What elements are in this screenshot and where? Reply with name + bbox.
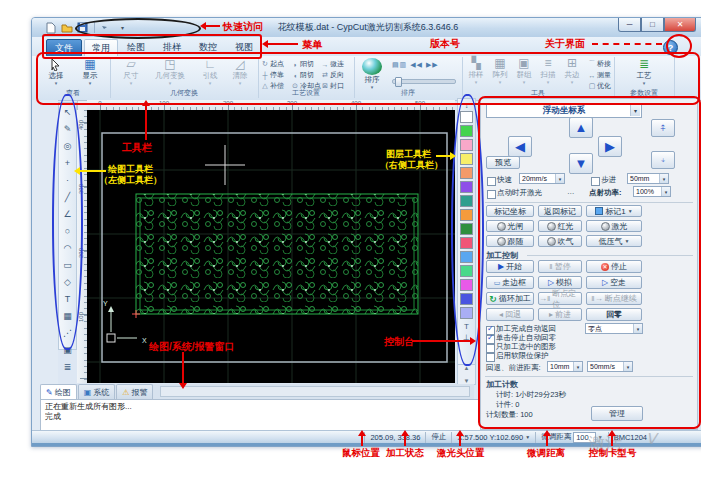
layer-color-swatch[interactable] xyxy=(460,265,473,277)
undo-icon[interactable] xyxy=(100,21,113,34)
polyline-tool-icon[interactable]: ∠ xyxy=(60,207,75,222)
mark1-dropdown[interactable]: 标记1 ▼ xyxy=(586,205,642,217)
close-button[interactable]: ✕ xyxy=(664,18,696,32)
jog-down-button[interactable]: ▼ xyxy=(569,153,593,174)
save-icon[interactable] xyxy=(76,21,89,34)
text-tool-icon[interactable]: T xyxy=(60,292,75,307)
arc-tool-icon[interactable]: ◠ xyxy=(60,241,75,256)
craft-button[interactable]: ≣ 工艺 xyxy=(628,58,660,89)
help-icon[interactable]: ? xyxy=(663,40,678,55)
scan-button[interactable]: ≡ 扫描 xyxy=(536,57,560,88)
list-tool-icon[interactable]: ≣ xyxy=(60,360,75,375)
clear-button[interactable]: ◿ 清除 xyxy=(226,58,254,89)
text-layer-icon[interactable]: T xyxy=(464,321,469,332)
minimize-button[interactable]: ─ xyxy=(618,18,641,32)
distance-combo[interactable]: 10mm xyxy=(547,361,583,372)
jog-up-button[interactable]: ▲ xyxy=(569,117,593,138)
mark-coord-button[interactable]: 标记坐标 xyxy=(486,205,534,217)
lead-line-button[interactable]: ∟ 引线 xyxy=(196,58,224,89)
speed-combo[interactable]: 50mm/s xyxy=(587,361,633,372)
measure-tool-icon[interactable]: ⋰ xyxy=(60,326,75,341)
jog-laser-checkbox[interactable] xyxy=(487,190,496,199)
share-edge-button[interactable]: ⊞ 共边 xyxy=(560,57,584,88)
layer-color-swatch[interactable] xyxy=(460,167,473,179)
maximize-button[interactable]: □ xyxy=(641,18,664,32)
step-distance-combo[interactable]: 50mm xyxy=(627,173,669,184)
qa-dropdown-icon[interactable]: ▾ xyxy=(116,21,129,34)
log-tab-system[interactable]: ▣ 系统 xyxy=(78,384,116,399)
tab-home[interactable]: 常用 xyxy=(84,39,118,56)
burst-power-combo[interactable]: 100% xyxy=(633,186,671,197)
manage-button[interactable]: 管理 xyxy=(591,406,643,421)
layer-color-swatch[interactable] xyxy=(460,209,473,221)
array-tool-icon[interactable]: ▦ xyxy=(60,309,75,324)
bridge-button[interactable]: ⌒ 桥接 xyxy=(588,59,611,69)
dock[interactable]: ┼ 停靠 xyxy=(261,70,291,80)
circle-tool-icon[interactable]: ○ xyxy=(60,224,75,239)
layer-color-swatch[interactable] xyxy=(460,195,473,207)
laser-button[interactable]: 激光 xyxy=(586,220,642,232)
group-button[interactable]: ▣ 群组 xyxy=(512,57,536,88)
jog-right-button[interactable]: ▶ xyxy=(598,136,622,157)
transform-button[interactable]: ◳ 几何变换 xyxy=(148,58,192,89)
image-tool-icon[interactable]: ▣ xyxy=(60,343,75,358)
more-icon[interactable]: … xyxy=(567,187,575,196)
layer-color-swatch[interactable] xyxy=(460,293,473,305)
sort-button[interactable]: 排序 xyxy=(358,58,386,89)
display-button[interactable]: ▦ 显示 xyxy=(74,58,106,89)
fast-speed-combo[interactable]: 20mm/s xyxy=(519,173,565,184)
z-up-button[interactable]: ⍏ xyxy=(651,119,675,137)
line-tool-icon[interactable]: ╱ xyxy=(60,190,75,205)
rect-tool-icon[interactable]: ▭ xyxy=(60,258,75,273)
select-button[interactable]: 选择 xyxy=(40,58,72,89)
soft-limit-checkbox[interactable] xyxy=(486,353,495,362)
node-edit-tool-icon[interactable]: ✎ xyxy=(60,122,75,137)
size-button[interactable]: ▱ 尺寸 xyxy=(116,58,146,89)
laser-head-position[interactable]: X:57.500 Y:102.690▼ xyxy=(451,432,535,443)
fast-checkbox[interactable] xyxy=(487,177,496,186)
zero-point-combo[interactable]: 零点 xyxy=(585,323,643,334)
start-button[interactable]: ▶开始 xyxy=(486,260,534,273)
zoom-tool-icon[interactable]: ◎ xyxy=(60,139,75,154)
log-tab-alarm[interactable]: ⚠ 报警 xyxy=(116,384,153,399)
frame-run-button[interactable]: ▭走边框 xyxy=(486,276,534,289)
red-light-button[interactable]: 红光 xyxy=(538,220,582,232)
select-tool-icon[interactable]: ↖ xyxy=(60,105,75,120)
layer-color-swatch[interactable] xyxy=(460,307,473,319)
tab-file[interactable]: 文件 xyxy=(46,39,82,57)
selected-only-checkbox[interactable] xyxy=(486,344,495,353)
reverse[interactable]: ⇄ 反向 xyxy=(321,70,351,80)
start-point[interactable]: ↻ 起点 xyxy=(261,59,291,69)
layer-color-swatch[interactable] xyxy=(460,181,473,193)
design-pattern[interactable] xyxy=(136,194,418,314)
sort-slider-thumb[interactable] xyxy=(395,77,402,87)
measure-button[interactable]: ↔ 测量 xyxy=(588,70,611,80)
layer-color-swatch[interactable] xyxy=(460,153,473,165)
stop-button[interactable]: ✕停止 xyxy=(586,260,642,273)
layer-color-swatch[interactable] xyxy=(460,237,473,249)
loop-machining-button[interactable]: ↻循环加工 xyxy=(486,292,534,305)
layer-color-swatch[interactable] xyxy=(460,139,473,151)
nest-button[interactable]: ▚ 排样 xyxy=(464,57,488,88)
layer-color-swatch[interactable] xyxy=(460,125,473,137)
coordinate-system-dropdown[interactable]: 浮动坐标系 xyxy=(486,103,642,118)
shutter-button[interactable]: 光闸 xyxy=(486,220,534,232)
return-mark-button[interactable]: 返回标记 xyxy=(538,205,582,217)
log-tab-scrollbar[interactable] xyxy=(160,386,470,397)
layer-color-swatch[interactable] xyxy=(460,223,473,235)
low-pressure-gas-dropdown[interactable]: 低压气▼ xyxy=(586,235,642,247)
sort-mini-icons[interactable]: ▤▥ ◀◀ ▶▶ xyxy=(392,61,439,69)
pan-tool-icon[interactable]: + xyxy=(60,156,75,171)
log-tab-draw[interactable]: ✎ 绘图 xyxy=(40,384,77,399)
layer-color-swatch[interactable] xyxy=(460,251,473,263)
array-button[interactable]: ▦ 阵列 xyxy=(488,57,512,88)
follow-button[interactable]: 跟随 xyxy=(486,235,534,247)
open-folder-icon[interactable] xyxy=(60,21,73,34)
inner-cut[interactable]: ◖ 阴切 xyxy=(291,70,321,80)
tab-nest[interactable]: 排样 xyxy=(156,39,188,55)
canvas-scrollbar[interactable]: ▲▼ xyxy=(457,364,476,385)
pause-button[interactable]: ‖暂停 xyxy=(538,260,582,273)
backward-button[interactable]: ◂回退 xyxy=(486,308,534,321)
point-tool-icon[interactable]: · xyxy=(60,173,75,188)
polygon-tool-icon[interactable]: ◇ xyxy=(60,275,75,290)
